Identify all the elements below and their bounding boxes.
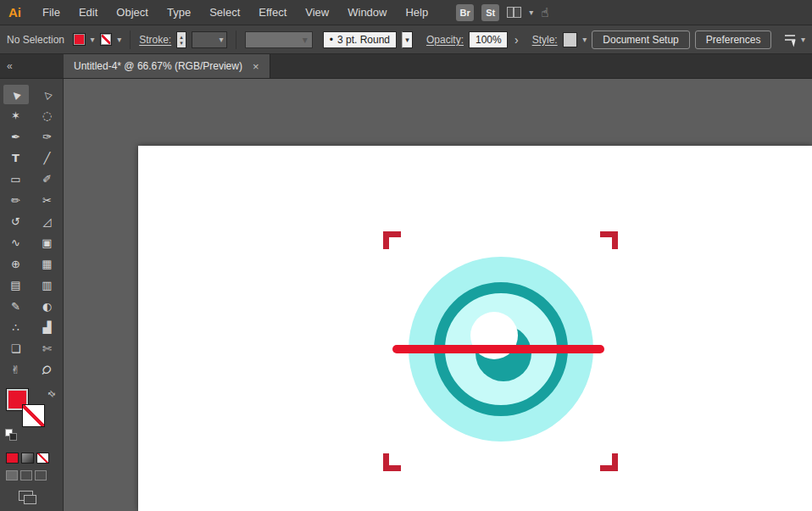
menu-help[interactable]: Help bbox=[396, 0, 437, 25]
perspective-grid-tool[interactable]: ▦ bbox=[35, 254, 60, 274]
change-screen-mode-button[interactable] bbox=[19, 491, 33, 501]
menu-window[interactable]: Window bbox=[338, 0, 396, 25]
tab-close-icon[interactable]: × bbox=[253, 60, 259, 73]
rectangle-tool[interactable]: ▭ bbox=[3, 169, 29, 189]
mesh-tool[interactable]: ▤ bbox=[3, 275, 29, 295]
line-segment-tool-icon: ╱ bbox=[44, 152, 51, 164]
scale-tool[interactable]: ◿ bbox=[35, 212, 60, 231]
zoom-tool[interactable]: Ϙ bbox=[35, 360, 60, 380]
control-bar: No Selection ▾ ▾ Stroke: ▴ ▾ ▾ ▾ • 3 pt.… bbox=[0, 25, 812, 54]
brush-definition-chevron-icon[interactable]: ▾ bbox=[402, 31, 413, 48]
crop-mark-top-right[interactable] bbox=[600, 231, 618, 249]
menu-type[interactable]: Type bbox=[158, 0, 200, 25]
line-segment-tool[interactable]: ╱ bbox=[35, 148, 60, 168]
shape-builder-tool[interactable]: ⊕ bbox=[3, 254, 29, 274]
none-button[interactable] bbox=[36, 453, 49, 464]
menu-file[interactable]: File bbox=[33, 0, 70, 25]
style-chevron-icon[interactable]: ▾ bbox=[582, 35, 587, 44]
paintbrush-tool-icon: ✐ bbox=[42, 173, 52, 186]
fill-color-swatch[interactable] bbox=[73, 33, 86, 46]
bridge-button[interactable]: Br bbox=[456, 4, 474, 21]
stroke-color-chevron-icon[interactable]: ▾ bbox=[117, 35, 121, 44]
lasso-tool-icon: ◌ bbox=[42, 109, 52, 122]
paintbrush-tool[interactable]: ✐ bbox=[35, 169, 60, 189]
crop-mark-bottom-right[interactable] bbox=[600, 453, 618, 471]
opacity-field[interactable]: 100% bbox=[469, 31, 508, 48]
artboard-tool[interactable]: ❏ bbox=[3, 339, 29, 358]
menu-view[interactable]: View bbox=[296, 0, 338, 25]
arrange-documents-icon[interactable] bbox=[507, 7, 521, 18]
stock-button[interactable]: St bbox=[481, 4, 499, 21]
stepper-down-icon[interactable]: ▾ bbox=[180, 40, 183, 46]
gradient-button[interactable] bbox=[21, 453, 34, 464]
selection-options-chevron-icon[interactable]: ▾ bbox=[801, 35, 805, 44]
type-tool[interactable]: T bbox=[3, 148, 29, 168]
free-transform-tool[interactable]: ▣ bbox=[35, 233, 60, 253]
preferences-button[interactable]: Preferences bbox=[695, 31, 772, 49]
default-fill-stroke-icon[interactable] bbox=[5, 429, 17, 441]
curvature-tool-icon: ✑ bbox=[42, 131, 52, 143]
magic-wand-tool[interactable]: ✶ bbox=[3, 106, 29, 125]
eyedropper-tool[interactable]: ✎ bbox=[3, 297, 29, 316]
touch-workspace-icon[interactable]: ☝ bbox=[541, 5, 548, 20]
crop-mark-bottom-left[interactable] bbox=[383, 453, 401, 471]
stepper-up-icon[interactable]: ▴ bbox=[180, 34, 183, 40]
width-tool[interactable]: ∿ bbox=[3, 233, 29, 253]
symbol-sprayer-tool[interactable]: ∴ bbox=[3, 318, 29, 337]
menu-effect[interactable]: Effect bbox=[249, 0, 296, 25]
blend-tool[interactable]: ◐ bbox=[35, 297, 60, 316]
crop-mark-top-left[interactable] bbox=[383, 231, 401, 249]
menu-object[interactable]: Object bbox=[107, 0, 158, 25]
gradient-tool[interactable]: ▥ bbox=[35, 275, 60, 295]
draw-behind-button[interactable] bbox=[20, 470, 32, 480]
rectangle-tool-icon: ▭ bbox=[10, 173, 20, 186]
arrange-documents-chevron-icon[interactable]: ▾ bbox=[529, 8, 533, 17]
draw-normal-button[interactable] bbox=[6, 470, 18, 480]
direct-selection-tool[interactable]: △ bbox=[35, 85, 60, 104]
opacity-label[interactable]: Opacity: bbox=[426, 34, 464, 46]
scan-line[interactable] bbox=[392, 345, 604, 353]
color-button[interactable] bbox=[6, 453, 19, 464]
stroke-weight-dropdown[interactable]: ▾ bbox=[192, 31, 228, 48]
column-graph-tool[interactable]: ▟ bbox=[35, 318, 60, 337]
stroke-color-swatch[interactable] bbox=[100, 33, 113, 46]
document-tab-title: Untitled-4* @ 66.67% (RGB/Preview) bbox=[74, 60, 242, 72]
divider bbox=[130, 31, 131, 49]
artboard[interactable] bbox=[138, 146, 812, 511]
slice-tool-icon: ✄ bbox=[42, 342, 52, 355]
brush-definition-dropdown[interactable]: • 3 pt. Round bbox=[323, 31, 397, 48]
eyedropper-tool-icon: ✎ bbox=[11, 300, 20, 313]
stroke-weight-label[interactable]: Stroke: bbox=[139, 34, 171, 46]
lasso-tool[interactable]: ◌ bbox=[35, 106, 60, 125]
selection-status: No Selection bbox=[7, 34, 64, 46]
selection-options-icon[interactable] bbox=[785, 34, 796, 45]
rotate-tool[interactable]: ↺ bbox=[3, 212, 29, 231]
pencil-tool[interactable]: ✏ bbox=[3, 191, 29, 210]
curvature-tool[interactable]: ✑ bbox=[35, 127, 60, 147]
width-tool-icon: ∿ bbox=[11, 236, 20, 249]
swap-fill-stroke-icon[interactable]: ⇄ bbox=[46, 388, 58, 400]
menu-edit[interactable]: Edit bbox=[70, 0, 107, 25]
style-label[interactable]: Style: bbox=[532, 34, 558, 46]
menu-select[interactable]: Select bbox=[200, 0, 249, 25]
collapse-tools-icon[interactable]: « bbox=[7, 60, 13, 72]
document-tab[interactable]: Untitled-4* @ 66.67% (RGB/Preview) × bbox=[64, 54, 270, 78]
canvas[interactable] bbox=[64, 79, 812, 511]
stroke-color-indicator[interactable] bbox=[22, 404, 45, 427]
selection-tool[interactable]: ▲ bbox=[3, 85, 29, 104]
opacity-flyout-icon[interactable]: › bbox=[513, 33, 520, 47]
hand-tool[interactable]: ✌ bbox=[3, 360, 29, 380]
draw-inside-button[interactable] bbox=[35, 470, 47, 480]
divider bbox=[236, 31, 236, 49]
app-logo: Ai bbox=[8, 5, 21, 19]
variable-width-dropdown: ▾ bbox=[245, 31, 312, 48]
slice-tool[interactable]: ✄ bbox=[35, 339, 60, 358]
document-setup-button[interactable]: Document Setup bbox=[592, 31, 689, 49]
pencil-tool-icon: ✏ bbox=[11, 194, 20, 207]
direct-selection-tool-icon: △ bbox=[41, 88, 53, 101]
pen-tool[interactable]: ✒ bbox=[3, 127, 29, 147]
stroke-weight-stepper[interactable]: ▴ ▾ bbox=[176, 31, 186, 48]
scissors-tool[interactable]: ✂ bbox=[35, 191, 60, 210]
style-swatch[interactable] bbox=[563, 32, 578, 47]
fill-color-chevron-icon[interactable]: ▾ bbox=[91, 35, 95, 44]
